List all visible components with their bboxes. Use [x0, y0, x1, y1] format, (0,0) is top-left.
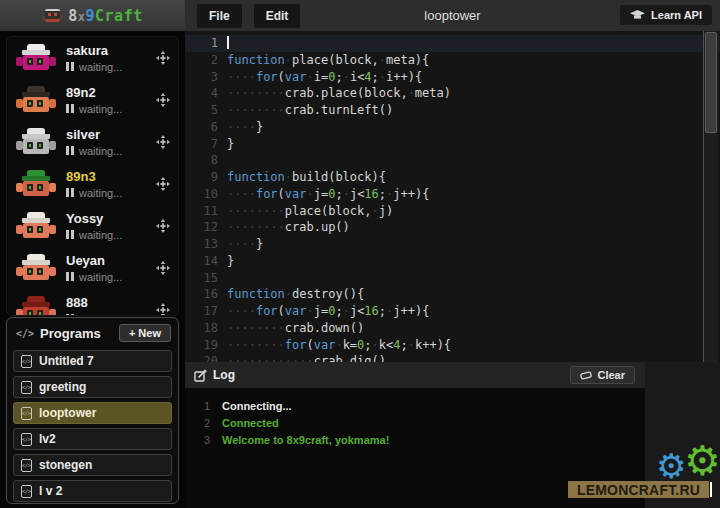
program-file-icon: </> — [21, 433, 32, 446]
log-entry-number: 2 — [185, 415, 222, 432]
watermark-cursor — [710, 482, 712, 497]
move-player-icon[interactable] — [156, 261, 170, 275]
player-info: silverwaiting... — [66, 128, 152, 157]
pause-icon — [66, 314, 74, 316]
program-file-icon: </> — [21, 355, 32, 368]
line-number: 4 — [185, 85, 227, 102]
status-text: waiting... — [79, 187, 122, 199]
player-info: sakurawaiting... — [66, 44, 152, 73]
editor-scrollbar[interactable] — [703, 31, 718, 362]
program-item[interactable]: </>Untitled 7 — [13, 350, 172, 372]
player-row[interactable]: 89n2waiting... — [7, 79, 178, 121]
status-text: waiting... — [79, 271, 122, 283]
code-text: function·place(block,·meta){ — [227, 52, 429, 69]
line-number: 18 — [185, 320, 227, 337]
line-number: 20 — [185, 353, 227, 362]
avatar-eye — [27, 100, 33, 107]
move-player-icon[interactable] — [156, 93, 170, 107]
status-text: waiting... — [79, 145, 122, 157]
player-avatar — [16, 212, 56, 240]
clear-log-button[interactable]: Clear — [570, 366, 635, 384]
program-item[interactable]: </>stonegen — [13, 454, 172, 476]
scrollbar-thumb[interactable] — [705, 32, 717, 133]
move-player-icon[interactable] — [156, 135, 170, 149]
edit-menu-button[interactable]: Edit — [254, 4, 301, 28]
code-line: 19········for(var·k=0;·k<4;·k++){ — [185, 337, 720, 354]
move-player-icon[interactable] — [156, 219, 170, 233]
player-name: silver — [66, 128, 152, 142]
move-player-icon[interactable] — [156, 51, 170, 65]
player-avatar — [16, 296, 56, 316]
code-text: ····for(var·j=0;·j<16;·j++){ — [227, 186, 429, 203]
code-text: ········crab.up() — [227, 219, 350, 236]
avatar-eye — [37, 58, 43, 65]
log-entry: 2Connected — [185, 415, 645, 432]
log-entry-number: 3 — [185, 432, 222, 449]
line-number: 12 — [185, 219, 227, 236]
code-text: ····} — [227, 119, 263, 136]
pause-icon — [66, 188, 74, 197]
status-text: waiting... — [79, 313, 122, 317]
code-line: 5········crab.turnLeft() — [185, 102, 720, 119]
player-name: sakura — [66, 44, 152, 58]
program-item[interactable]: </>l v 2 — [13, 480, 172, 502]
avatar-eye — [27, 226, 33, 233]
line-number: 9 — [185, 169, 227, 186]
file-menu-button[interactable]: File — [197, 4, 242, 28]
program-label: Untitled 7 — [39, 354, 94, 368]
player-info: 89n3waiting... — [66, 170, 152, 199]
pause-icon — [66, 230, 74, 239]
player-row[interactable]: Ueyanwaiting... — [7, 247, 178, 289]
learn-api-label: Learn API — [651, 9, 702, 21]
graduation-cap-icon — [630, 10, 645, 20]
move-player-icon[interactable] — [156, 177, 170, 191]
program-file-icon: </> — [21, 459, 32, 472]
text-cursor — [227, 36, 229, 49]
player-info: Ueyanwaiting... — [66, 254, 152, 283]
code-text: ········crab.turnLeft() — [227, 102, 393, 119]
line-number: 6 — [185, 119, 227, 136]
menu-bar: File Edit looptower Learn API — [185, 0, 720, 31]
program-label: looptower — [39, 406, 96, 420]
code-line: 16function·destroy(){ — [185, 286, 720, 303]
code-line: 9function·build(block){ — [185, 169, 720, 186]
avatar-eye — [27, 142, 33, 149]
player-row[interactable]: 888waiting... — [7, 289, 178, 316]
player-name: 89n3 — [66, 170, 152, 184]
learn-api-button[interactable]: Learn API — [620, 5, 712, 25]
code-text: ····} — [227, 236, 263, 253]
player-row[interactable]: sakurawaiting... — [7, 37, 178, 79]
avatar-eye — [37, 142, 43, 149]
move-player-icon[interactable] — [156, 303, 170, 316]
code-line: 18········crab.down() — [185, 320, 720, 337]
code-line: 14} — [185, 253, 720, 270]
player-row[interactable]: silverwaiting... — [7, 121, 178, 163]
player-row[interactable]: Yossywaiting... — [7, 205, 178, 247]
program-item[interactable]: </>lv2 — [13, 428, 172, 450]
crab-logo-icon — [42, 9, 63, 22]
player-row[interactable]: 89n3waiting... — [7, 163, 178, 205]
avatar-eye — [27, 58, 33, 65]
sidebar: sakurawaiting...89n2waiting...silverwait… — [0, 31, 185, 508]
new-program-button[interactable]: + New — [119, 324, 171, 342]
line-number: 13 — [185, 236, 227, 253]
code-line: 3····for(var·i=0;·i<4;·i++){ — [185, 69, 720, 86]
programs-panel: </> Programs + New </>Untitled 7</>greet… — [6, 317, 179, 504]
eraser-icon — [580, 371, 592, 380]
code-text: ····for(var·i=0;·i<4;·i++){ — [227, 69, 422, 86]
program-item[interactable]: </>greeting — [13, 376, 172, 398]
log-edit-icon — [194, 369, 207, 382]
code-line: 15 — [185, 270, 720, 287]
line-number: 10 — [185, 186, 227, 203]
player-name: Yossy — [66, 212, 152, 226]
program-item[interactable]: </>looptower — [13, 402, 172, 424]
log-title: Log — [213, 368, 235, 382]
player-name: Ueyan — [66, 254, 152, 268]
avatar-eye — [37, 310, 43, 316]
avatar-eye — [27, 268, 33, 275]
player-info: Yossywaiting... — [66, 212, 152, 241]
player-avatar — [16, 86, 56, 114]
line-number: 19 — [185, 337, 227, 354]
code-editor[interactable]: 12function·place(block,·meta){3····for(v… — [185, 31, 720, 362]
player-status: waiting... — [66, 271, 152, 283]
